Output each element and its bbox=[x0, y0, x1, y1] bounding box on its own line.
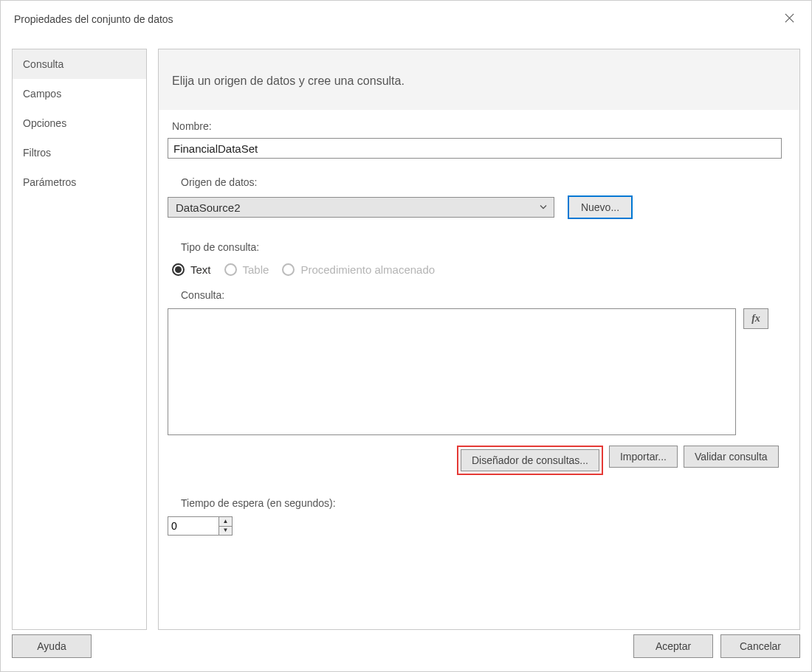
dialog-footer: Ayuda Aceptar Cancelar bbox=[1, 634, 811, 671]
sidebar-item-consulta[interactable]: Consulta bbox=[13, 49, 146, 79]
radio-unselected-icon bbox=[282, 263, 295, 276]
datasource-value: DataSource2 bbox=[176, 201, 241, 214]
datasource-label: Origen de datos: bbox=[181, 176, 783, 188]
radio-sproc-label: Procedimiento almacenado bbox=[300, 263, 435, 276]
close-button[interactable] bbox=[774, 7, 804, 32]
import-button[interactable]: Importar... bbox=[609, 446, 678, 468]
sidebar-item-filtros[interactable]: Filtros bbox=[13, 138, 146, 167]
timeout-input[interactable] bbox=[168, 517, 219, 535]
query-label: Consulta: bbox=[181, 289, 783, 301]
name-input[interactable] bbox=[168, 138, 782, 159]
spinner-up-button[interactable]: ▲ bbox=[219, 517, 232, 527]
instruction-text: Elija un origen de datos y cree una cons… bbox=[159, 49, 799, 110]
sidebar-item-campos[interactable]: Campos bbox=[13, 79, 146, 108]
main-panel: Elija un origen de datos y cree una cons… bbox=[158, 49, 800, 630]
radio-table-label: Table bbox=[243, 263, 269, 276]
new-datasource-button[interactable]: Nuevo... bbox=[568, 195, 633, 219]
chevron-down-icon bbox=[539, 201, 548, 214]
sidebar: Consulta Campos Opciones Filtros Parámet… bbox=[12, 49, 147, 630]
spinner-down-button[interactable]: ▼ bbox=[219, 527, 232, 536]
highlight-annotation: Diseñador de consultas... bbox=[457, 446, 603, 475]
timeout-spinner[interactable]: ▲ ▼ bbox=[168, 516, 233, 536]
timeout-label: Tiempo de espera (en segundos): bbox=[181, 497, 783, 509]
help-button[interactable]: Ayuda bbox=[12, 634, 92, 658]
query-textarea[interactable] bbox=[168, 308, 736, 435]
dataset-properties-dialog: Propiedades del conjunto de datos Consul… bbox=[0, 0, 812, 672]
querytype-label: Tipo de consulta: bbox=[181, 241, 783, 253]
validate-query-button[interactable]: Validar consulta bbox=[684, 446, 779, 468]
window-title: Propiedades del conjunto de datos bbox=[14, 13, 173, 25]
radio-text-label: Text bbox=[190, 263, 211, 276]
fx-icon: fx bbox=[751, 313, 760, 325]
radio-selected-icon bbox=[172, 263, 185, 276]
radio-sproc: Procedimiento almacenado bbox=[282, 263, 435, 276]
cancel-button[interactable]: Cancelar bbox=[720, 634, 800, 658]
query-designer-button[interactable]: Diseñador de consultas... bbox=[461, 449, 599, 471]
name-label: Nombre: bbox=[172, 120, 783, 132]
sidebar-item-parametros[interactable]: Parámetros bbox=[13, 167, 146, 197]
expression-fx-button[interactable]: fx bbox=[743, 308, 768, 329]
titlebar: Propiedades del conjunto de datos bbox=[1, 1, 811, 38]
ok-button[interactable]: Aceptar bbox=[633, 634, 713, 658]
close-icon bbox=[784, 13, 795, 26]
spinner-arrows: ▲ ▼ bbox=[219, 517, 232, 535]
radio-text[interactable]: Text bbox=[172, 263, 211, 276]
radio-table: Table bbox=[224, 263, 269, 276]
sidebar-item-opciones[interactable]: Opciones bbox=[13, 108, 146, 138]
radio-unselected-icon bbox=[224, 263, 237, 276]
datasource-combobox[interactable]: DataSource2 bbox=[168, 197, 554, 218]
